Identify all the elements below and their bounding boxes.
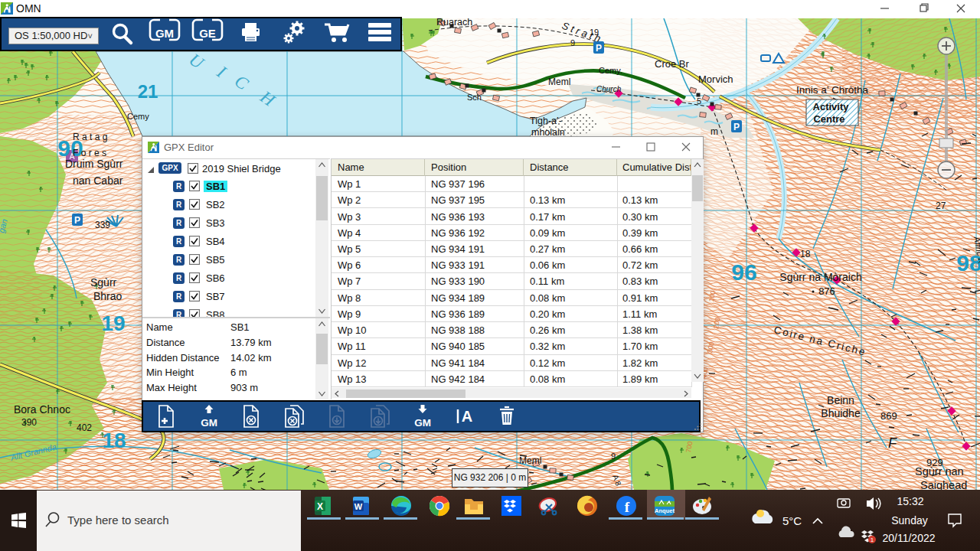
svg-text:5: 5: [697, 96, 701, 106]
svg-text:876: 876: [818, 285, 835, 297]
svg-text:W: W: [354, 502, 363, 511]
svg-text:P: P: [596, 43, 602, 54]
svg-text:Druim Sgùrr: Druim Sgùrr: [65, 158, 123, 170]
svg-text:Innis a’ Chròtha: Innis a’ Chròtha: [796, 84, 869, 96]
svg-text:21: 21: [138, 81, 158, 102]
svg-text:20/11/2022: 20/11/2022: [882, 532, 935, 544]
svg-text:18: 18: [102, 429, 126, 452]
svg-text:X: X: [317, 501, 323, 512]
svg-text:9: 9: [570, 38, 575, 47]
svg-text:nan Cabar: nan Cabar: [73, 174, 123, 187]
svg-text:Meml: Meml: [519, 455, 541, 466]
svg-text:Meml: Meml: [548, 77, 570, 87]
svg-text:Church: Church: [596, 85, 622, 93]
svg-text:Bora Chnoc: Bora Chnoc: [14, 403, 70, 416]
svg-text:A: A: [462, 408, 472, 425]
svg-text:Morvich: Morvich: [698, 73, 733, 85]
svg-text:18: 18: [800, 249, 811, 259]
svg-text:390: 390: [21, 417, 37, 428]
svg-text:Centre: Centre: [813, 113, 844, 125]
svg-text:Sgùrr: Sgùrr: [90, 276, 117, 289]
svg-text:Sgùrr nan: Sgùrr nan: [915, 465, 964, 478]
svg-text:1: 1: [871, 536, 874, 543]
svg-text:m: m: [710, 126, 718, 137]
svg-text:GM: GM: [155, 27, 174, 40]
svg-text:9: 9: [611, 452, 616, 461]
svg-text:Sunday: Sunday: [891, 514, 927, 527]
svg-text:19: 19: [101, 311, 125, 335]
svg-text:96: 96: [731, 259, 756, 285]
svg-text:869: 869: [880, 410, 897, 422]
svg-text:P: P: [733, 122, 740, 132]
svg-text:Anquet: Anquet: [655, 507, 675, 514]
svg-text:F: F: [888, 435, 897, 451]
svg-text:P: P: [74, 215, 80, 226]
svg-text:Bhuidhe: Bhuidhe: [821, 407, 861, 419]
svg-text:19: 19: [590, 28, 599, 37]
svg-text:Sgùrr na Mòraich: Sgùrr na Mòraich: [779, 271, 861, 283]
svg-text:GM: GM: [414, 417, 431, 429]
svg-text:R a t a g: R a t a g: [73, 132, 107, 142]
svg-text:402: 402: [77, 422, 92, 433]
svg-text:Saighead: Saighead: [920, 479, 967, 490]
svg-text:Tigh-a’-: Tigh-a’-: [530, 116, 562, 126]
svg-text:27: 27: [936, 201, 946, 211]
svg-text:Croe Br: Croe Br: [655, 58, 689, 70]
svg-text:Bhrao: Bhrao: [93, 290, 122, 302]
svg-text:339: 339: [95, 220, 110, 230]
svg-text:Cemy: Cemy: [127, 112, 149, 121]
svg-text:Cemy.: Cemy.: [599, 66, 622, 75]
svg-text:f: f: [625, 499, 630, 515]
svg-text:F o r e s: F o r e s: [73, 148, 106, 158]
svg-text:Activity: Activity: [813, 101, 850, 112]
svg-text:GE: GE: [199, 27, 216, 40]
svg-text:Beinn: Beinn: [827, 394, 854, 406]
svg-text:15:32: 15:32: [897, 495, 923, 507]
svg-text:Sch: Sch: [467, 93, 482, 102]
svg-text:Ruarach: Ruarach: [436, 18, 472, 28]
svg-text:5°C: 5°C: [782, 514, 802, 527]
svg-text:GM: GM: [201, 417, 217, 429]
